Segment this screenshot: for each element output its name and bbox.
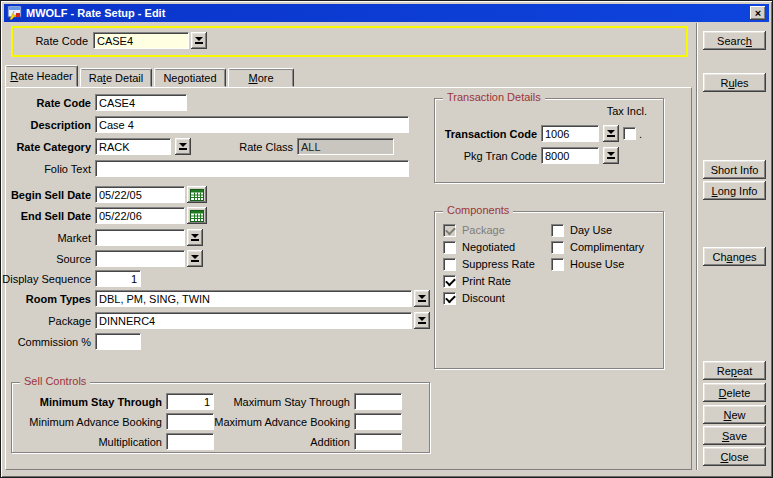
complimentary-component-row: Complimentary bbox=[551, 240, 644, 254]
close-button[interactable]: Close bbox=[703, 447, 766, 466]
end-sell-date-input[interactable] bbox=[95, 207, 185, 224]
tab-rate-detail[interactable]: Rate Detail bbox=[80, 68, 152, 87]
minimum-stay-through-label: Minimum Stay Through bbox=[16, 396, 166, 408]
pkg-tran-code-lov-button[interactable] bbox=[603, 147, 619, 164]
header-rate-code-label: Rate Code bbox=[31, 35, 93, 47]
multiplication-input[interactable] bbox=[166, 433, 214, 450]
rate-class-label: Rate Class bbox=[191, 141, 297, 153]
close-icon[interactable]: × bbox=[750, 6, 766, 20]
tab-rate-header[interactable]: Rate Header bbox=[5, 65, 78, 87]
minimum-advance-booking-label: Minimum Advance Booking bbox=[16, 416, 166, 428]
pkg-tran-code-label: Pkg Tran Code bbox=[439, 150, 541, 162]
print-rate-checkbox-label: Print Rate bbox=[462, 275, 511, 287]
room-types-label: Room Types bbox=[1, 293, 95, 305]
rules-button[interactable]: Rules bbox=[703, 73, 766, 92]
save-button[interactable]: Save bbox=[703, 426, 766, 445]
folio-text-input[interactable] bbox=[95, 160, 409, 177]
market-lov-button[interactable] bbox=[187, 229, 203, 246]
minimum-stay-through-input[interactable] bbox=[166, 393, 214, 410]
tab-more[interactable]: More bbox=[228, 68, 294, 87]
display-sequence-row: Display Sequence bbox=[1, 270, 141, 287]
commission-input[interactable] bbox=[95, 333, 141, 350]
addition-label: Addition bbox=[214, 436, 354, 448]
display-sequence-input[interactable] bbox=[95, 270, 141, 287]
delete-button[interactable]: Delete bbox=[703, 383, 766, 402]
source-input[interactable] bbox=[95, 250, 185, 267]
suppress-rate-checkbox[interactable] bbox=[443, 258, 456, 271]
minimum-advance-booking-input[interactable] bbox=[166, 413, 214, 430]
transaction-code-input[interactable] bbox=[541, 125, 599, 142]
folio-text-label: Folio Text bbox=[1, 163, 95, 175]
suppress-rate-component-row: Suppress Rate bbox=[443, 257, 535, 271]
description-row: Description bbox=[1, 116, 409, 133]
rate-category-input[interactable] bbox=[95, 138, 171, 155]
maximum-stay-through-label: Maximum Stay Through bbox=[214, 396, 354, 408]
display-sequence-label: Display Sequence bbox=[1, 273, 95, 285]
package-checkbox bbox=[443, 224, 456, 237]
title-bar[interactable]: MWOLF - Rate Setup - Edit × bbox=[4, 4, 769, 22]
long-info-button[interactable]: Long Info bbox=[703, 181, 766, 200]
room-types-lov-button[interactable] bbox=[414, 290, 430, 307]
discount-checkbox[interactable] bbox=[443, 292, 456, 305]
pkg-tran-code-input[interactable] bbox=[541, 147, 599, 164]
package-label: Package bbox=[1, 315, 95, 327]
repeat-button[interactable]: Repeat bbox=[703, 361, 766, 380]
end-sell-date-label: End Sell Date bbox=[1, 210, 95, 222]
tax-incl-checkbox[interactable] bbox=[623, 127, 636, 140]
tab-bar: Rate Header Rate Detail Negotiated More bbox=[5, 65, 296, 87]
transaction-code-lov-button[interactable] bbox=[603, 125, 619, 142]
begin-sell-date-calendar-icon[interactable] bbox=[187, 186, 207, 203]
header-rate-code-input[interactable] bbox=[93, 32, 189, 49]
tax-incl-label: Tax Incl. bbox=[607, 105, 647, 117]
maximum-advance-booking-input[interactable] bbox=[354, 413, 402, 430]
short-info-button[interactable]: Short Info bbox=[703, 160, 766, 179]
tab-negotiated[interactable]: Negotiated bbox=[154, 68, 226, 87]
begin-sell-date-input[interactable] bbox=[95, 186, 185, 203]
negotiated-checkbox[interactable] bbox=[443, 241, 456, 254]
day-use-checkbox-label: Day Use bbox=[570, 224, 612, 236]
multiplication-label: Multiplication bbox=[16, 436, 166, 448]
rate-category-lov-button[interactable] bbox=[175, 138, 191, 155]
multiplication-addition-row: Multiplication Addition bbox=[16, 433, 402, 450]
search-button[interactable]: Search bbox=[703, 31, 766, 50]
commission-row: Commission % bbox=[1, 333, 141, 350]
source-lov-button[interactable] bbox=[187, 250, 203, 267]
house-use-checkbox[interactable] bbox=[551, 258, 564, 271]
addition-input[interactable] bbox=[354, 433, 402, 450]
package-lov-button[interactable] bbox=[414, 312, 430, 329]
complimentary-checkbox[interactable] bbox=[551, 241, 564, 254]
house-use-component-row: House Use bbox=[551, 257, 624, 271]
changes-button[interactable]: Changes bbox=[703, 247, 766, 266]
commission-label: Commission % bbox=[1, 336, 95, 348]
end-sell-date-row: End Sell Date bbox=[1, 207, 207, 224]
tax-incl-suffix: . bbox=[639, 128, 642, 140]
discount-checkbox-label: Discount bbox=[462, 292, 505, 304]
room-types-row: Room Types bbox=[1, 290, 430, 307]
print-rate-checkbox[interactable] bbox=[443, 275, 456, 288]
new-button[interactable]: New bbox=[703, 405, 766, 424]
transaction-code-row: Transaction Code . bbox=[439, 125, 642, 142]
pkg-tran-code-row: Pkg Tran Code bbox=[439, 147, 619, 164]
rate-code-lov-button[interactable] bbox=[191, 32, 207, 49]
house-use-checkbox-label: House Use bbox=[570, 258, 624, 270]
transaction-code-label: Transaction Code bbox=[439, 128, 541, 140]
discount-component-row: Discount bbox=[443, 291, 505, 305]
description-input[interactable] bbox=[95, 116, 409, 133]
room-types-input[interactable] bbox=[95, 290, 412, 307]
end-sell-date-calendar-icon[interactable] bbox=[187, 207, 207, 224]
side-panel-separator bbox=[696, 23, 698, 470]
rate-setup-window: MWOLF - Rate Setup - Edit × Rate Code Ra… bbox=[0, 0, 773, 478]
print-rate-component-row: Print Rate bbox=[443, 274, 511, 288]
rate-code-input[interactable] bbox=[95, 94, 187, 111]
day-use-checkbox[interactable] bbox=[551, 224, 564, 237]
components-group: Components Package Negotiated Suppress R… bbox=[434, 211, 664, 369]
market-row: Market bbox=[1, 229, 203, 246]
package-checkbox-label: Package bbox=[462, 224, 505, 236]
source-row: Source bbox=[1, 250, 203, 267]
package-input[interactable] bbox=[95, 312, 412, 329]
maximum-stay-through-input[interactable] bbox=[354, 393, 402, 410]
market-input[interactable] bbox=[95, 229, 185, 246]
package-component-row: Package bbox=[443, 223, 505, 237]
transaction-details-title: Transaction Details bbox=[443, 91, 545, 103]
stay-through-row: Minimum Stay Through Maximum Stay Throug… bbox=[16, 393, 402, 410]
